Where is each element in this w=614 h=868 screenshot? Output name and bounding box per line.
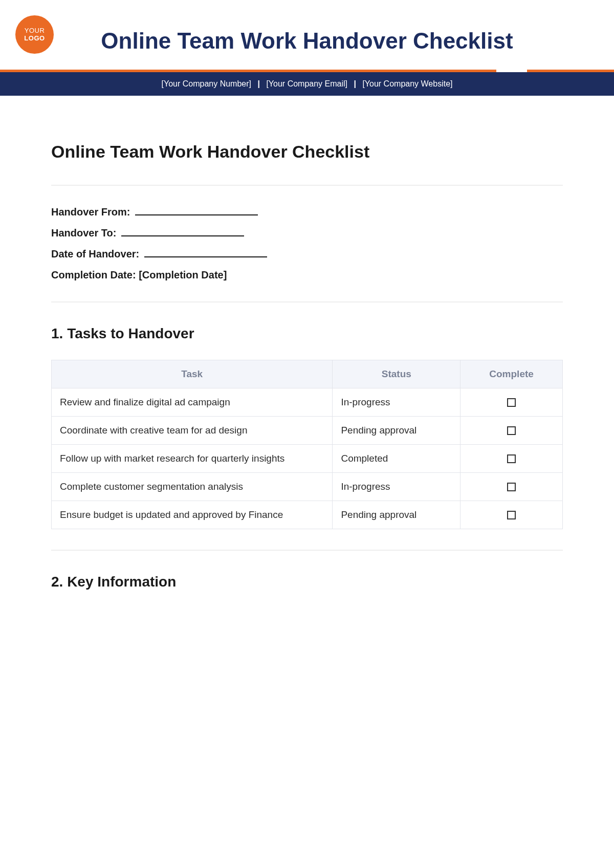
status-cell: Pending approval xyxy=(333,416,461,444)
table-row: Review and finalize digital ad campaign … xyxy=(52,388,563,416)
date-of-handover-label: Date of Handover: xyxy=(51,248,139,259)
date-of-handover-input[interactable] xyxy=(144,249,267,257)
completion-date-value: [Completion Date] xyxy=(139,269,227,280)
header-title-container: Online Team Work Handover Checklist xyxy=(0,0,614,70)
company-info-bar: [Your Company Number] | [Your Company Em… xyxy=(0,72,614,96)
divider xyxy=(51,550,563,551)
handover-to-label: Handover To: xyxy=(51,227,116,238)
complete-cell xyxy=(461,472,563,501)
status-cell: Pending approval xyxy=(333,501,461,529)
handover-to-row: Handover To: xyxy=(51,227,563,239)
date-of-handover-row: Date of Handover: xyxy=(51,248,563,260)
divider xyxy=(51,301,563,302)
tasks-table: Task Status Complete Review and finalize… xyxy=(51,360,563,529)
logo-badge: YOUR LOGO xyxy=(15,15,54,54)
task-cell: Review and finalize digital ad campaign xyxy=(52,388,333,416)
logo-text-bottom: LOGO xyxy=(24,35,45,42)
checkbox-icon[interactable] xyxy=(507,398,516,407)
company-number: [Your Company Number] xyxy=(162,79,252,88)
task-cell: Follow up with market research for quart… xyxy=(52,444,333,472)
table-row: Coordinate with creative team for ad des… xyxy=(52,416,563,444)
checkbox-icon[interactable] xyxy=(507,454,516,463)
divider xyxy=(51,185,563,186)
completion-date-row: Completion Date: [Completion Date] xyxy=(51,269,563,281)
page-title: Online Team Work Handover Checklist xyxy=(77,28,537,54)
key-information-section-title: 2. Key Information xyxy=(51,574,563,590)
company-website: [Your Company Website] xyxy=(362,79,452,88)
separator: | xyxy=(257,79,259,88)
handover-from-label: Handover From: xyxy=(51,206,130,218)
handover-to-input[interactable] xyxy=(121,228,244,236)
status-cell: Completed xyxy=(333,444,461,472)
complete-cell xyxy=(461,444,563,472)
task-cell: Coordinate with creative team for ad des… xyxy=(52,416,333,444)
orange-divider-left xyxy=(0,70,496,72)
complete-header: Complete xyxy=(461,360,563,388)
complete-cell xyxy=(461,388,563,416)
handover-from-row: Handover From: xyxy=(51,206,563,218)
status-cell: In-progress xyxy=(333,472,461,501)
status-cell: In-progress xyxy=(333,388,461,416)
separator: | xyxy=(354,79,356,88)
handover-fields: Handover From: Handover To: Date of Hand… xyxy=(51,206,563,281)
checkbox-icon[interactable] xyxy=(507,511,516,519)
table-row: Follow up with market research for quart… xyxy=(52,444,563,472)
status-header: Status xyxy=(333,360,461,388)
complete-cell xyxy=(461,416,563,444)
table-row: Complete customer segmentation analysis … xyxy=(52,472,563,501)
table-header-row: Task Status Complete xyxy=(52,360,563,388)
orange-divider xyxy=(0,70,614,72)
completion-date-label: Completion Date: xyxy=(51,269,136,280)
task-cell: Complete customer segmentation analysis xyxy=(52,472,333,501)
table-row: Ensure budget is updated and approved by… xyxy=(52,501,563,529)
task-cell: Ensure budget is updated and approved by… xyxy=(52,501,333,529)
content-area: Online Team Work Handover Checklist Hand… xyxy=(0,96,614,639)
checkbox-icon[interactable] xyxy=(507,483,516,491)
logo-text-top: YOUR xyxy=(25,27,45,34)
checkbox-icon[interactable] xyxy=(507,426,516,435)
task-header: Task xyxy=(52,360,333,388)
tasks-section-title: 1. Tasks to Handover xyxy=(51,326,563,342)
document-page: YOUR LOGO Online Team Work Handover Chec… xyxy=(0,0,614,868)
handover-from-input[interactable] xyxy=(135,207,258,215)
orange-divider-gap xyxy=(496,70,527,72)
complete-cell xyxy=(461,501,563,529)
company-email: [Your Company Email] xyxy=(266,79,347,88)
orange-divider-right xyxy=(527,70,614,72)
document-title: Online Team Work Handover Checklist xyxy=(51,142,563,162)
